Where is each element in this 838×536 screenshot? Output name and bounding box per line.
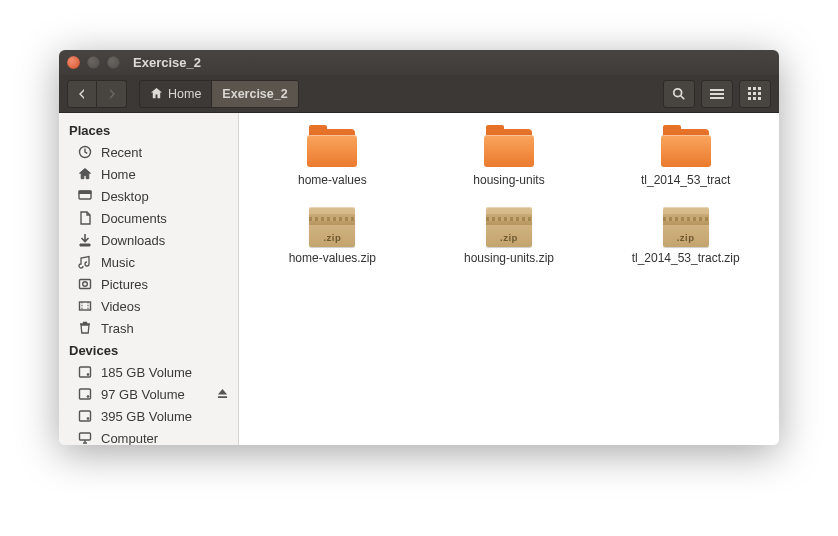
computer-icon [77,430,93,445]
folder-item[interactable]: home-values [249,127,416,187]
file-manager-window: Exercise_2 HomeExercise_2 PlacesRecentHo… [59,50,779,445]
menu-button[interactable] [701,80,733,108]
home-icon [77,166,93,182]
drive-icon [77,386,93,402]
sidebar-item-label: Downloads [101,233,165,248]
back-button[interactable] [67,80,97,108]
sidebar-item[interactable]: 97 GB Volume [59,383,238,405]
sidebar-item[interactable]: Recent [59,141,238,163]
window-title: Exercise_2 [133,55,201,70]
sidebar-heading: Places [59,119,238,141]
svg-point-25 [87,418,89,420]
drive-icon [77,364,93,380]
sidebar: PlacesRecentHomeDesktopDocumentsDownload… [59,113,239,445]
home-icon [150,87,163,100]
sidebar-heading: Devices [59,339,238,361]
sidebar-item-label: Desktop [101,189,149,204]
documents-icon [77,210,93,226]
clock-icon [77,144,93,160]
sidebar-item[interactable]: Computer [59,427,238,445]
file-label: tl_2014_53_tract [641,173,730,187]
file-label: home-values [298,173,367,187]
breadcrumb-item[interactable]: Home [140,81,212,107]
svg-rect-4 [710,97,724,99]
forward-button[interactable] [97,80,127,108]
desktop-icon [77,188,93,204]
folder-icon [484,127,534,169]
svg-rect-26 [80,433,91,440]
archive-ext-label: .zip [486,232,532,243]
svg-rect-16 [79,191,91,194]
sidebar-item[interactable]: 185 GB Volume [59,361,238,383]
svg-rect-13 [758,97,761,100]
folder-item[interactable]: tl_2014_53_tract [602,127,769,187]
svg-line-1 [681,95,685,99]
sidebar-item-label: Computer [101,431,158,446]
svg-rect-8 [748,92,751,95]
file-label: housing-units [473,173,544,187]
svg-point-0 [674,88,682,96]
svg-rect-11 [748,97,751,100]
sidebar-item-label: Home [101,167,136,182]
file-label: housing-units.zip [464,251,554,265]
videos-icon [77,298,93,314]
archive-icon: .zip [486,207,532,247]
sidebar-item[interactable]: Home [59,163,238,185]
sidebar-item-label: Documents [101,211,167,226]
downloads-icon [77,232,93,248]
svg-rect-12 [753,97,756,100]
sidebar-item-label: Trash [101,321,134,336]
maximize-icon[interactable] [107,56,120,69]
svg-rect-7 [758,87,761,90]
sidebar-item-label: 185 GB Volume [101,365,192,380]
file-label: tl_2014_53_tract.zip [632,251,740,265]
toolbar: HomeExercise_2 [59,75,779,113]
view-grid-button[interactable] [739,80,771,108]
titlebar[interactable]: Exercise_2 [59,50,779,75]
sidebar-item[interactable]: Pictures [59,273,238,295]
breadcrumb-label: Exercise_2 [222,87,287,101]
folder-icon [661,127,711,169]
file-pane[interactable]: home-valueshousing-unitstl_2014_53_tract… [239,113,779,445]
breadcrumb: HomeExercise_2 [139,80,299,108]
close-icon[interactable] [67,56,80,69]
search-icon [672,87,686,101]
sidebar-item-label: Music [101,255,135,270]
sidebar-item[interactable]: Downloads [59,229,238,251]
sidebar-item-label: Pictures [101,277,148,292]
breadcrumb-item[interactable]: Exercise_2 [212,81,297,107]
minimize-icon[interactable] [87,56,100,69]
sidebar-item[interactable]: Music [59,251,238,273]
pictures-icon [77,276,93,292]
svg-point-21 [87,374,89,376]
archive-ext-label: .zip [663,232,709,243]
sidebar-item-label: 97 GB Volume [101,387,185,402]
content-area: PlacesRecentHomeDesktopDocumentsDownload… [59,113,779,445]
svg-rect-6 [753,87,756,90]
sidebar-item[interactable]: Documents [59,207,238,229]
archive-item[interactable]: .ziptl_2014_53_tract.zip [602,207,769,265]
trash-icon [77,320,93,336]
nav-buttons [67,80,127,108]
svg-rect-10 [758,92,761,95]
sidebar-item[interactable]: Videos [59,295,238,317]
chevron-right-icon [106,88,118,100]
drive-icon [77,408,93,424]
archive-item[interactable]: .ziphousing-units.zip [426,207,593,265]
archive-item[interactable]: .ziphome-values.zip [249,207,416,265]
folder-icon [307,127,357,169]
svg-rect-3 [710,93,724,95]
sidebar-item-label: Videos [101,299,141,314]
archive-ext-label: .zip [309,232,355,243]
svg-rect-5 [748,87,751,90]
sidebar-item[interactable]: Trash [59,317,238,339]
music-icon [77,254,93,270]
svg-rect-17 [80,280,91,289]
sidebar-item[interactable]: Desktop [59,185,238,207]
folder-item[interactable]: housing-units [426,127,593,187]
eject-icon[interactable] [217,387,228,402]
archive-icon: .zip [663,207,709,247]
sidebar-item[interactable]: 395 GB Volume [59,405,238,427]
svg-rect-19 [80,302,91,310]
search-button[interactable] [663,80,695,108]
